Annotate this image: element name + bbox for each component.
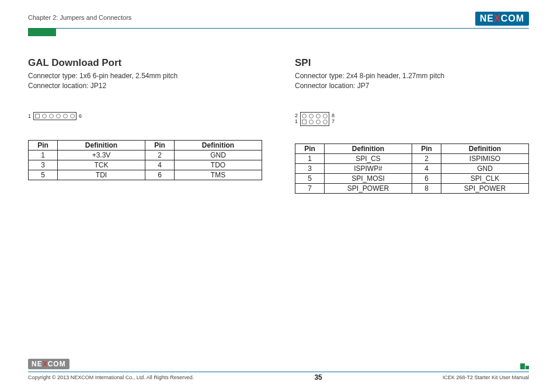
cell-pin: 4 (412, 163, 441, 173)
cell-pin: 1 (295, 153, 325, 163)
brand-pre: NE (480, 13, 494, 23)
pin-circle-icon (309, 114, 314, 118)
cell-pin: 6 (145, 170, 175, 180)
table-row: 1 +3.3V 2 GND (29, 150, 262, 160)
brand-logo-bottom: NEXCOM (28, 359, 69, 369)
gal-conn-loc: Connector location: JP12 (28, 81, 262, 91)
th-pin: Pin (295, 144, 325, 153)
cell-pin: 5 (295, 173, 325, 183)
table-row: 3 ISPIWP# 4 GND (295, 163, 529, 173)
chapter-title: Chapter 2: Jumpers and Connectors (28, 14, 131, 23)
brand-logo-top: NEXCOM (475, 12, 529, 26)
gal-connector-diagram: 1 6 (28, 112, 262, 120)
gal-section: GAL Download Port Connector type: 1x6 6-… (28, 57, 262, 194)
pin-circle-icon (323, 120, 328, 124)
th-pin: Pin (412, 144, 441, 153)
pin-square-icon (302, 120, 307, 124)
pin-circle-icon (302, 114, 307, 118)
cell-def: TDI (58, 170, 145, 180)
brand-x-icon: X (494, 13, 501, 23)
spi-connector-diagram: 2 1 8 7 (295, 112, 529, 126)
cell-pin: 1 (29, 150, 58, 160)
gal-diag-pin1-label: 1 (28, 113, 31, 119)
table-header-row: Pin Definition Pin Definition (29, 140, 262, 150)
table-header-row: Pin Definition Pin Definition (295, 144, 529, 153)
page-footer: NEXCOM Copyright © 2013 NEXCOM Internati… (28, 359, 529, 382)
table-row: 1 SPI_CS 2 ISPIMISO (295, 153, 529, 163)
cell-def: ISPIWP# (325, 163, 412, 173)
green-tab-decor (28, 28, 56, 36)
th-def: Definition (58, 140, 145, 150)
spi-pin-box (300, 112, 329, 126)
gal-pin-box (33, 112, 76, 120)
cell-pin: 3 (295, 163, 325, 173)
th-def: Definition (175, 140, 262, 150)
gal-conn-type: Connector type: 1x6 6-pin header, 2.54mm… (28, 71, 262, 81)
pin-circle-icon (63, 114, 68, 118)
spi-right-labels: 8 7 (332, 113, 335, 125)
spi-pin-row-bottom (302, 120, 328, 124)
table-row: 5 TDI 6 TMS (29, 170, 262, 180)
th-pin: Pin (145, 140, 175, 150)
cell-def: GND (441, 163, 529, 173)
header-rule (28, 28, 529, 29)
copyright-text: Copyright © 2013 NEXCOM International Co… (28, 374, 194, 380)
cell-def: TCK (58, 160, 145, 170)
th-def: Definition (441, 144, 529, 153)
spi-pin-row-top (302, 114, 328, 118)
spi-conn-loc: Connector location: JP7 (295, 81, 529, 91)
spi-left-labels: 2 1 (295, 113, 298, 125)
cell-pin: 8 (412, 183, 441, 193)
spi-diag-pin7-label: 7 (332, 119, 335, 125)
cell-pin: 2 (145, 150, 175, 160)
pin-circle-icon (42, 114, 47, 118)
table-row: 5 SPI_MOSI 6 SPI_CLK (295, 173, 529, 183)
cell-def: +3.3V (58, 150, 145, 160)
pin-circle-icon (49, 114, 54, 118)
pin-circle-icon (70, 114, 75, 118)
cell-def: SPI_CLK (441, 173, 529, 183)
cell-def: TMS (175, 170, 262, 180)
cell-pin: 4 (145, 160, 175, 170)
footer-decor-icon (520, 363, 529, 369)
gal-title: GAL Download Port (28, 57, 262, 69)
pin-circle-icon (323, 114, 328, 118)
cell-def: SPI_POWER (325, 183, 412, 193)
cell-pin: 7 (295, 183, 325, 193)
spi-title: SPI (295, 57, 529, 69)
content-columns: GAL Download Port Connector type: 1x6 6-… (28, 57, 529, 194)
cell-def: ISPIMISO (441, 153, 529, 163)
pin-circle-icon (56, 114, 61, 118)
spi-pin-table: Pin Definition Pin Definition 1 SPI_CS 2… (295, 144, 529, 194)
th-def: Definition (325, 144, 412, 153)
cell-def: SPI_MOSI (325, 173, 412, 183)
cell-pin: 2 (412, 153, 441, 163)
brand-post: COM (48, 360, 66, 368)
cell-def: SPI_POWER (441, 183, 529, 193)
cell-def: GND (175, 150, 262, 160)
gal-diag-pin6-label: 6 (79, 113, 82, 119)
brand-pre: NE (32, 360, 43, 368)
doc-title: ICEK 268-T2 Starter Kit User Manual (443, 374, 529, 380)
table-row: 7 SPI_POWER 8 SPI_POWER (295, 183, 529, 193)
cell-def: SPI_CS (325, 153, 412, 163)
pin-circle-icon (309, 120, 314, 124)
cell-def: TDO (175, 160, 262, 170)
spi-diag-pin1-label: 1 (295, 119, 298, 125)
footer-rule (28, 372, 529, 372)
table-row: 3 TCK 4 TDO (29, 160, 262, 170)
spi-section: SPI Connector type: 2x4 8-pin header, 1.… (295, 57, 529, 194)
pin-circle-icon (316, 114, 321, 118)
th-pin: Pin (29, 140, 58, 150)
cell-pin: 6 (412, 173, 441, 183)
brand-post: COM (501, 13, 524, 23)
cell-pin: 5 (29, 170, 58, 180)
gal-pin-table: Pin Definition Pin Definition 1 +3.3V 2 … (28, 140, 262, 180)
page-header: Chapter 2: Jumpers and Connectors NEXCOM (28, 12, 529, 26)
pin-square-icon (35, 114, 40, 118)
page-number: 35 (314, 373, 322, 382)
cell-pin: 3 (29, 160, 58, 170)
pin-circle-icon (316, 120, 321, 124)
spi-conn-type: Connector type: 2x4 8-pin header, 1.27mm… (295, 71, 529, 81)
brand-x-icon: X (43, 360, 48, 368)
